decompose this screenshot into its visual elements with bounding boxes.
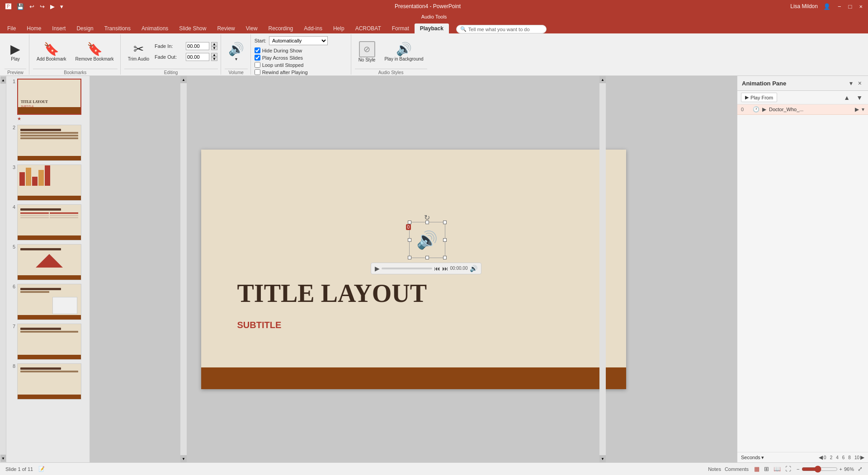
tab-review[interactable]: Review [212,24,240,33]
canvas-scroll-up-right[interactable]: ▲ [599,76,606,83]
remove-bookmark-button[interactable]: 🔖 Remove Bookmark [72,35,118,68]
handle-middle-right[interactable] [443,238,447,242]
play-from-button[interactable]: ▶ Play From [741,93,777,102]
slide-item-8[interactable]: 8 [8,362,88,400]
slide-panel-scrollbar[interactable]: ▲ ▼ [0,76,6,462]
fade-out-spinner[interactable]: ▲ ▼ [211,53,217,61]
slide-thumb-2[interactable] [17,125,81,161]
slide-thumb-5[interactable] [17,244,81,280]
player-progress-bar[interactable] [382,268,432,269]
slide-thumb-4[interactable] [17,204,81,240]
slide-notes-icon[interactable]: 📝 [38,466,45,472]
slide-item-4[interactable]: 4 [8,203,88,241]
slide-item-2[interactable]: 2 [8,124,88,162]
canvas-area[interactable]: ▲ ▼ ↻ 🔊 0 [90,76,737,462]
slideshow-view-btn[interactable]: ⛶ [783,465,793,473]
slide-thumb-3[interactable] [17,165,81,201]
tell-me-searchbar[interactable]: 🔍 Tell me what you want to do [456,25,547,33]
slide-thumb-7[interactable] [17,324,81,360]
slide-item-3[interactable]: 3 [8,164,88,202]
anim-item-0-expand-icon[interactable]: ▶ [855,106,859,113]
scroll-up-btn[interactable]: ▲ [0,76,6,84]
handle-bottom-left[interactable] [408,256,411,259]
rewind-after-playing-option[interactable]: Rewind after Playing [255,69,308,75]
slide-thumb-6[interactable] [17,284,81,320]
customize-icon[interactable]: ▾ [58,2,65,11]
tab-help[interactable]: Help [328,24,350,33]
handle-top-right[interactable] [443,221,447,224]
no-style-button[interactable]: ⊘ No Style [355,35,379,68]
play-button[interactable]: ▶ Play [5,35,26,68]
presentation-icon[interactable]: ▶ [48,2,57,11]
tab-design[interactable]: Design [71,24,99,33]
share-icon[interactable]: 👤 [821,2,832,11]
slide-item-1[interactable]: 1 TITLE LAYOUT SUBTITLE ★ [8,78,88,122]
play-across-slides-option[interactable]: Play Across Slides [255,55,303,61]
canvas-scroll-up[interactable]: ▲ [180,76,187,83]
anim-item-0-dropdown-icon[interactable]: ▾ [862,106,864,113]
undo-icon[interactable]: ↩ [28,2,36,11]
slide-thumb-1[interactable]: TITLE LAYOUT SUBTITLE [17,79,81,115]
save-icon[interactable]: 💾 [15,2,26,11]
tab-home[interactable]: Home [21,24,47,33]
tab-addins[interactable]: Add-ins [298,24,328,33]
start-select[interactable]: Automatically On Click In Click Sequence [269,36,328,45]
reading-view-btn[interactable]: 📖 [772,465,783,473]
tab-slideshow[interactable]: Slide Show [174,24,212,33]
slide-item-7[interactable]: 7 [8,323,88,361]
tab-acrobat[interactable]: ACROBAT [350,24,387,33]
fade-in-up[interactable]: ▲ [211,42,217,46]
handle-top-left[interactable] [408,221,411,224]
player-volume-btn[interactable]: 🔊 [470,265,477,272]
close-btn[interactable]: × [857,2,864,11]
trim-audio-button[interactable]: ✂ Trim Audio [124,35,153,68]
minimize-btn[interactable]: − [836,2,843,11]
rewind-after-playing-checkbox[interactable] [255,69,260,75]
handle-bottom-right[interactable] [443,256,447,259]
fade-in-spinner[interactable]: ▲ ▼ [211,42,217,50]
player-play-btn[interactable]: ▶ [375,265,380,272]
slide-canvas[interactable]: ↻ 🔊 0 ▶ ⏮ ⏭ 00:00.00 🔊 TITLE LAYOUT SUBT… [201,150,626,389]
anim-pane-dropdown-btn[interactable]: ▾ [848,79,854,88]
tab-format[interactable]: Format [387,24,415,33]
zoom-out-icon[interactable]: − [797,466,799,472]
fade-in-input[interactable] [186,42,209,50]
anim-item-0-play-icon[interactable]: ▶ [762,106,766,113]
slide-item-6[interactable]: 6 [8,283,88,321]
notes-button[interactable]: Notes [708,466,721,472]
tab-recording[interactable]: Recording [263,24,299,33]
player-rewind-btn[interactable]: ⏮ [434,265,440,272]
loop-until-stopped-checkbox[interactable] [255,62,260,68]
loop-until-stopped-option[interactable]: Loop until Stopped [255,62,304,68]
anim-reorder-down-btn[interactable]: ▼ [854,93,864,102]
timeline-next-btn[interactable]: ▶ [860,454,864,461]
tab-transitions[interactable]: Transitions [99,24,136,33]
canvas-scroll-down-right[interactable]: ▼ [599,455,606,462]
add-bookmark-button[interactable]: 🔖 Add Bookmark [33,35,70,68]
slide-item-5[interactable]: 5 [8,243,88,281]
handle-bottom-middle[interactable] [425,256,429,259]
tab-playback[interactable]: Playback [415,24,449,33]
scroll-down-btn[interactable]: ▼ [0,455,6,462]
timeline-prev-btn[interactable]: ◀ [819,454,823,461]
fit-to-window-btn[interactable]: ⤢ [858,466,863,472]
player-forward-btn[interactable]: ⏭ [442,265,448,272]
play-across-slides-checkbox[interactable] [255,55,260,61]
fade-in-down[interactable]: ▼ [211,46,217,50]
rotate-handle[interactable]: ↻ [424,213,430,222]
handle-middle-left[interactable] [408,238,411,242]
canvas-scroll-down[interactable]: ▼ [180,455,187,462]
audio-object[interactable]: ↻ 🔊 0 [411,224,443,256]
anim-reorder-up-btn[interactable]: ▲ [842,93,852,102]
comments-button[interactable]: Comments [725,466,749,472]
fade-out-down[interactable]: ▼ [211,57,217,61]
hide-during-show-checkbox[interactable] [255,47,260,53]
canvas-left-scroll[interactable]: ▲ ▼ [180,76,187,462]
maximize-btn[interactable]: □ [847,2,854,11]
zoom-in-icon[interactable]: + [840,466,842,472]
fade-out-input[interactable] [186,53,209,61]
slide-thumb-8[interactable] [17,363,81,400]
volume-button[interactable]: 🔊 ▾ [225,35,248,68]
anim-pane-close-btn[interactable]: × [856,79,863,88]
play-background-button[interactable]: 🔊 Play in Background [381,35,427,68]
